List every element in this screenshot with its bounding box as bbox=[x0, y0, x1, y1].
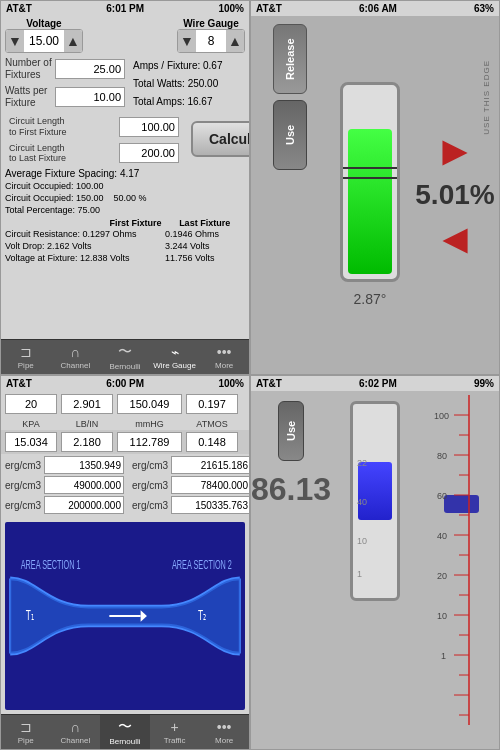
tr-button-col: Release Use bbox=[255, 20, 325, 370]
energy-row-2: erg/cm3 erg/cm3 bbox=[5, 476, 245, 494]
bl-p2-input[interactable] bbox=[61, 432, 113, 452]
bl-val4-input[interactable] bbox=[186, 394, 238, 414]
br-level-col: 22 40 10 1 bbox=[331, 391, 419, 749]
bl-p1-cell bbox=[5, 432, 57, 452]
bl-time: 6:00 PM bbox=[106, 378, 144, 389]
circuit-first-row: Circuit Length to First Fixture bbox=[5, 115, 183, 139]
use-button-tr[interactable]: Use bbox=[273, 100, 307, 170]
nav-wire[interactable]: ⌁ Wire Gauge bbox=[150, 340, 200, 374]
bernoulli-svg: T₁ T₂ AREA SECTION 1 AREA SECTION 2 bbox=[5, 522, 245, 710]
bl-val3-input[interactable] bbox=[117, 394, 182, 414]
bl-nav-bernoulli[interactable]: 〜 Bernoulli bbox=[100, 715, 150, 749]
energy-row-3: erg/cm3 erg/cm3 bbox=[5, 496, 245, 514]
e2-val2[interactable] bbox=[171, 476, 250, 494]
wire-icon: ⌁ bbox=[171, 344, 179, 360]
more-icon-tl: ••• bbox=[217, 344, 232, 360]
e2-val1[interactable] bbox=[44, 476, 124, 494]
bl-nav-more-label: More bbox=[215, 736, 233, 745]
wire-gauge-up-btn[interactable]: ▲ bbox=[226, 30, 244, 52]
occupied1-row: Circuit Occupied: 100.00 bbox=[1, 180, 249, 192]
nav-bernoulli[interactable]: 〜 Bernoulli bbox=[100, 340, 150, 374]
br-ruler-col: 100 80 60 40 20 10 1 bbox=[419, 391, 499, 749]
voltage-label: Voltage bbox=[26, 18, 61, 29]
voltage-up-btn[interactable]: ▲ bbox=[64, 30, 82, 52]
tr-carrier: AT&T bbox=[256, 3, 282, 14]
tr-right-col: ► 5.01% ◄ USE THIS EDGE bbox=[415, 20, 495, 370]
total-amps-val: 16.67 bbox=[187, 96, 212, 107]
calculate-button[interactable]: Calculate bbox=[191, 121, 250, 157]
bl-val1-input[interactable] bbox=[5, 394, 57, 414]
num-fixtures-input[interactable] bbox=[55, 59, 125, 79]
bl-nav-traffic[interactable]: + Traffic bbox=[150, 715, 200, 749]
avg-spacing-row: Average Fixture Spacing: 4.17 bbox=[1, 167, 249, 180]
bl-nav-pipe[interactable]: ⊐ Pipe bbox=[1, 715, 51, 749]
br-carrier: AT&T bbox=[256, 378, 282, 389]
br-level-container: 22 40 10 1 bbox=[350, 401, 400, 601]
top-right-panel: AT&T 6:06 AM 63% Release Use 2.87° bbox=[250, 0, 500, 375]
nav-pipe[interactable]: ⊐ Pipe bbox=[1, 340, 51, 374]
wire-gauge-spin[interactable]: ▼ ▲ bbox=[177, 29, 245, 53]
nav-channel[interactable]: ∩ Channel bbox=[51, 340, 101, 374]
bl-status-bar: AT&T 6:00 PM 100% bbox=[1, 376, 249, 391]
release-button[interactable]: Release bbox=[273, 24, 307, 94]
e3-label2: erg/cm3 bbox=[132, 500, 167, 511]
bl-p1-input[interactable] bbox=[5, 432, 57, 452]
bl-p3-input[interactable] bbox=[117, 432, 182, 452]
circuit-first-label: Circuit Length to First Fixture bbox=[9, 116, 119, 138]
watts-per-fixture-row: Watts per Fixture bbox=[5, 85, 125, 109]
use-button-br[interactable]: Use bbox=[278, 401, 304, 461]
nav-bernoulli-label: Bernoulli bbox=[109, 362, 140, 371]
tr-time: 6:06 AM bbox=[359, 3, 397, 14]
watts-per-fixture-input[interactable] bbox=[55, 87, 125, 107]
use-edge-label: USE THIS EDGE bbox=[482, 60, 491, 135]
amps-per-fixture-row: Amps / Fixture: 0.67 bbox=[133, 57, 222, 75]
voltage-spin[interactable]: ▼ ▲ bbox=[5, 29, 83, 53]
e3-val2[interactable] bbox=[171, 496, 250, 514]
bl-pipe-icon: ⊐ bbox=[20, 719, 32, 735]
svg-text:10: 10 bbox=[437, 611, 447, 621]
level-container bbox=[340, 82, 400, 282]
br-level-blue-fill bbox=[358, 462, 392, 520]
resistance-label: Circuit Resistance: 0.1297 Ohms bbox=[5, 229, 165, 239]
svg-text:T₂: T₂ bbox=[198, 606, 207, 623]
channel-icon: ∩ bbox=[70, 344, 80, 360]
bl-nav-bernoulli-label: Bernoulli bbox=[109, 737, 140, 746]
tl-carrier: AT&T bbox=[6, 3, 32, 14]
circuit-section: Circuit Length to First Fixture Circuit … bbox=[1, 113, 249, 167]
bottom-right-panel: AT&T 6:02 PM 99% Use 86.13 22 40 10 1 bbox=[250, 375, 500, 750]
bl-p4-input[interactable] bbox=[186, 432, 238, 452]
unit-kpa: KPA bbox=[5, 419, 57, 429]
bl-battery: 100% bbox=[218, 378, 244, 389]
circuit-last-input[interactable] bbox=[119, 143, 179, 163]
e1-val1[interactable] bbox=[44, 456, 124, 474]
tl-fixtures-section: Number of Fixtures Watts per Fixture Amp… bbox=[1, 55, 249, 113]
tr-level-col: 2.87° bbox=[325, 20, 415, 370]
occupied2-pct: 50.00 % bbox=[114, 193, 147, 203]
unit-atmos: ATMOS bbox=[186, 419, 238, 429]
bl-top-values-row bbox=[1, 391, 249, 417]
e3-val1[interactable] bbox=[44, 496, 124, 514]
br-marker-22: 22 bbox=[357, 458, 367, 468]
nav-more-label-tl: More bbox=[215, 361, 233, 370]
bl-navbar: ⊐ Pipe ∩ Channel 〜 Bernoulli + Traffic •… bbox=[1, 714, 249, 749]
percent-value: 5.01% bbox=[415, 179, 494, 211]
bl-pressure-row bbox=[1, 430, 249, 454]
circuit-first-input[interactable] bbox=[119, 117, 179, 137]
bl-val2-input[interactable] bbox=[61, 394, 113, 414]
amps-per-fixture-val: 0.67 bbox=[203, 60, 222, 71]
bl-val3-cell bbox=[117, 394, 182, 414]
nav-more-tl[interactable]: ••• More bbox=[199, 340, 249, 374]
bl-nav-more[interactable]: ••• More bbox=[199, 715, 249, 749]
voltage-down-btn[interactable]: ▼ bbox=[6, 30, 24, 52]
nav-pipe-label: Pipe bbox=[18, 361, 34, 370]
nav-channel-label: Channel bbox=[60, 361, 90, 370]
voltage-input[interactable] bbox=[24, 30, 64, 52]
e1-val2[interactable] bbox=[171, 456, 250, 474]
wire-gauge-down-btn[interactable]: ▼ bbox=[178, 30, 196, 52]
br-status-bar: AT&T 6:02 PM 99% bbox=[251, 376, 499, 391]
wire-gauge-input[interactable] bbox=[196, 30, 226, 52]
br-marker-1: 1 bbox=[357, 569, 362, 579]
bl-nav-channel[interactable]: ∩ Channel bbox=[51, 715, 101, 749]
level-line-top bbox=[343, 167, 397, 169]
total-watts-row: Total Watts: 250.00 bbox=[133, 75, 222, 93]
